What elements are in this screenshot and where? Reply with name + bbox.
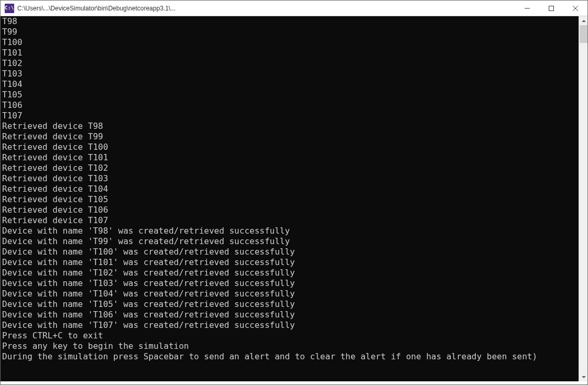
minimize-button[interactable] <box>515 1 539 16</box>
minimize-icon <box>525 6 530 11</box>
close-button[interactable] <box>563 1 587 16</box>
svg-marker-5 <box>582 376 586 378</box>
client-area: T98 T99 T100 T101 T102 T103 T104 T105 T1… <box>1 16 587 381</box>
close-icon <box>573 6 578 11</box>
scroll-thumb[interactable] <box>580 25 587 43</box>
scroll-up-button[interactable] <box>579 16 588 25</box>
titlebar[interactable]: C:\ C:\Users\...\DeviceSimulator\bin\Deb… <box>1 1 587 16</box>
window-title: C:\Users\...\DeviceSimulator\bin\Debug\n… <box>17 5 515 12</box>
scroll-down-button[interactable] <box>579 372 588 381</box>
app-icon: C:\ <box>5 4 14 13</box>
app-icon-text: C:\ <box>5 6 14 10</box>
bottom-border-strip <box>1 381 587 384</box>
console-output[interactable]: T98 T99 T100 T101 T102 T103 T104 T105 T1… <box>1 16 579 381</box>
svg-marker-4 <box>582 20 586 22</box>
maximize-button[interactable] <box>539 1 563 16</box>
chevron-down-icon <box>582 375 586 379</box>
chevron-up-icon <box>582 19 586 23</box>
maximize-icon <box>549 6 554 11</box>
vertical-scrollbar[interactable] <box>579 16 587 381</box>
console-window: C:\ C:\Users\...\DeviceSimulator\bin\Deb… <box>0 0 588 385</box>
svg-rect-1 <box>549 6 554 10</box>
